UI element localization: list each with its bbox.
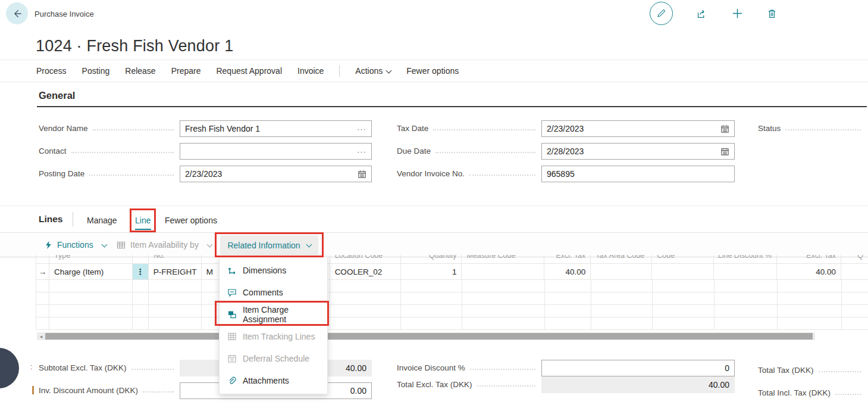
action-fewer-options[interactable]: Fewer options: [406, 66, 459, 76]
delete-icon: [766, 8, 778, 20]
tab-manage[interactable]: Manage: [87, 216, 117, 225]
contact-label: Contact: [39, 147, 180, 156]
cell-measure-code[interactable]: [462, 264, 544, 279]
assist-ellipsis-icon[interactable]: ···: [357, 125, 366, 133]
general-section-heading[interactable]: General: [39, 90, 75, 101]
header-location-code[interactable]: Location Code: [330, 255, 401, 263]
general-section-underline: [37, 106, 867, 107]
total-tax-label: Total Tax (DKK): [758, 366, 867, 375]
header-line-discount[interactable]: Line Discount %: [714, 255, 777, 263]
dotted-leader: [131, 369, 174, 370]
tab-fewer-options[interactable]: Fewer options: [165, 216, 217, 225]
table-empty-row[interactable]: [36, 280, 868, 292]
action-prepare[interactable]: Prepare: [171, 66, 201, 76]
scroll-left-arrow-icon[interactable]: ◂: [37, 332, 45, 340]
table-empty-row[interactable]: [36, 305, 868, 317]
posting-date-field[interactable]: 2/23/2023: [180, 166, 372, 182]
cell-location-code[interactable]: COOLER_02: [330, 264, 401, 279]
cell-line-amount-excl-tax[interactable]: 40.00: [777, 264, 841, 279]
header-quantity[interactable]: Quantity: [401, 255, 462, 263]
action-bar-divider: [339, 65, 340, 77]
header-no[interactable]: No.: [149, 255, 202, 263]
item-tracking-lines-icon: [227, 331, 237, 341]
lines-toolbar: Functions Item Availability by Related I…: [0, 233, 868, 257]
lines-section-heading[interactable]: Lines: [39, 214, 62, 225]
chevron-down-icon: [306, 242, 312, 248]
invoice-discount-pct-label: Invoice Discount %: [397, 363, 541, 373]
vendor-name-field[interactable]: Fresh Fish Vendor 1 ···: [180, 120, 372, 137]
table-empty-row[interactable]: [36, 292, 868, 305]
action-release[interactable]: Release: [125, 66, 155, 76]
header-line-amount-excl-tax[interactable]: Excl. Tax: [777, 255, 841, 263]
menu-item-item-tracking-lines: Item Tracking Lines: [220, 325, 327, 347]
chevron-down-icon: [206, 241, 212, 247]
calendar-icon[interactable]: [720, 124, 729, 133]
header-measure-code[interactable]: Measure Code: [462, 255, 544, 263]
share-button[interactable]: [695, 7, 709, 20]
lightning-icon: [45, 241, 52, 250]
lines-tab-divider: [73, 212, 73, 226]
due-date-field[interactable]: 2/28/2023: [541, 143, 735, 160]
cell-unit-cost-excl-tax[interactable]: 40.00: [544, 264, 591, 279]
contact-field[interactable]: ···: [180, 143, 372, 160]
header-qty-to-assign[interactable]: Q: [841, 255, 868, 263]
menu-item-comments[interactable]: Comments: [220, 281, 327, 303]
overlay-artifact-bar: [32, 386, 34, 394]
vendor-name-row: Vendor Name Fresh Fish Vendor 1 ···: [39, 120, 372, 137]
dotted-leader: [470, 369, 535, 370]
action-posting[interactable]: Posting: [82, 66, 110, 76]
item-availability-by-button[interactable]: Item Availability by: [117, 233, 212, 257]
calendar-icon[interactable]: [358, 170, 366, 179]
total-excl-tax-label: Total Excl. Tax (DKK): [397, 380, 541, 390]
attachments-icon: [227, 375, 237, 385]
item-charge-assignment-icon: [227, 309, 237, 319]
tab-line[interactable]: Line: [135, 216, 151, 225]
dotted-leader: [469, 175, 535, 176]
table-horizontal-scrollbar[interactable]: ◂: [37, 332, 815, 340]
cell-quantity[interactable]: 1: [401, 264, 462, 279]
vendor-invoice-no-field[interactable]: 965895: [541, 166, 735, 182]
header-type[interactable]: Type: [49, 255, 133, 263]
cell-qty-to-assign[interactable]: [841, 264, 868, 279]
edit-button[interactable]: [650, 2, 673, 25]
calendar-icon[interactable]: [720, 147, 729, 156]
related-information-menu: Dimensions Comments Item Charge Assignme…: [219, 256, 328, 394]
cell-type[interactable]: Charge (Item): [49, 264, 133, 279]
delete-button[interactable]: [766, 8, 778, 20]
dotted-leader: [433, 129, 535, 130]
row-options-menu-icon[interactable]: ⋮: [133, 264, 149, 279]
invoice-discount-pct-field[interactable]: 0: [541, 360, 735, 376]
action-process[interactable]: Process: [36, 66, 67, 76]
page-type-label: Purchase Invoice: [35, 10, 94, 18]
total-incl-tax-label: Total Incl. Tax (DKK): [758, 388, 867, 398]
inv-discount-label: Inv. Discount Amount (DKK): [39, 386, 180, 396]
overlay-artifact-dots: :: [30, 363, 32, 371]
header-unit-cost-excl-tax[interactable]: Excl. Tax: [544, 255, 591, 263]
back-button[interactable]: [6, 2, 28, 24]
assist-ellipsis-icon[interactable]: ···: [357, 148, 366, 155]
overlay-corner-circle: [0, 348, 19, 388]
cell-tax-area-code[interactable]: [591, 264, 652, 279]
add-button[interactable]: [731, 7, 744, 20]
action-actions-menu[interactable]: Actions: [355, 66, 391, 76]
cell-line-discount[interactable]: [714, 264, 777, 279]
menu-item-item-charge-assignment[interactable]: Item Charge Assignment: [220, 303, 327, 325]
subtotal-label: Subtotal Excl. Tax (DKK): [39, 363, 180, 373]
related-information-button[interactable]: Related Information: [220, 235, 318, 255]
header-tax-area-code[interactable]: Tax Area Code: [591, 255, 652, 263]
header-code[interactable]: Code: [652, 255, 714, 263]
scrollbar-thumb[interactable]: [45, 333, 813, 340]
dotted-leader: [785, 129, 861, 130]
menu-item-attachments[interactable]: Attachments: [220, 369, 327, 391]
table-empty-row[interactable]: [36, 317, 868, 330]
grid-icon: [117, 241, 126, 250]
contact-row: Contact ···: [39, 143, 372, 160]
total-incl-tax-row: Total Incl. Tax (DKK): [758, 385, 867, 401]
action-request-approval[interactable]: Request Approval: [216, 66, 282, 76]
menu-item-dimensions[interactable]: Dimensions: [220, 259, 327, 281]
cell-no[interactable]: P-FREIGHT: [149, 264, 202, 279]
tax-date-field[interactable]: 2/23/2023: [541, 120, 735, 137]
functions-menu-button[interactable]: Functions: [45, 233, 106, 257]
cell-code[interactable]: [652, 264, 714, 279]
action-invoice[interactable]: Invoice: [297, 66, 324, 76]
